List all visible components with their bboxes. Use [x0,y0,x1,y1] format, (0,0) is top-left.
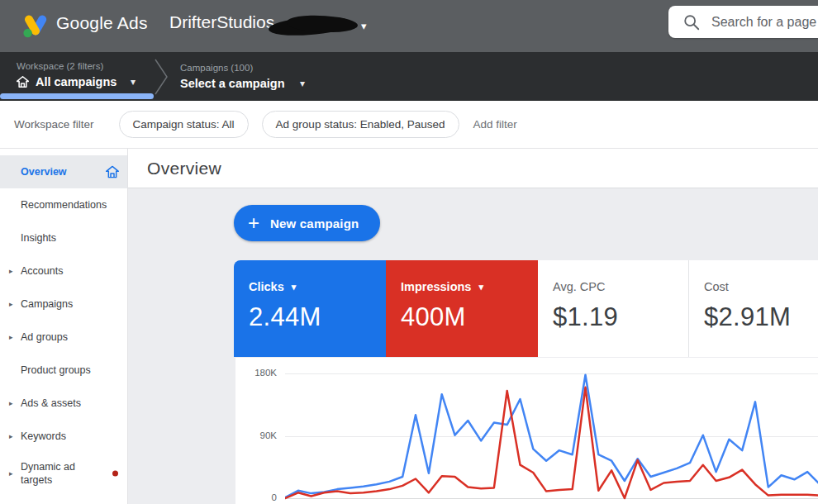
expander-icon[interactable]: ▸ [9,432,13,440]
y-axis-tick: 180K [235,368,277,378]
sidebar-item-insights[interactable]: Insights [0,221,127,254]
plus-icon: + [248,213,259,233]
page-header: Overview [128,149,818,188]
filter-chip-campaign-status[interactable]: Campaign status: All [119,111,249,138]
filter-bar: Workspace filter Campaign status: All Ad… [0,101,818,149]
y-axis-tick: 90K [235,430,277,440]
metric-value-impressions: 400M [401,302,538,332]
new-campaign-button[interactable]: + New campaign [234,205,380,241]
metric-dropdown-caret-icon[interactable]: ▾ [292,282,297,292]
active-scope-underline [0,93,154,99]
sidebar-item-accounts[interactable]: ▸ Accounts [0,254,127,288]
sidebar-navigation: Overview Recommendations Insights ▸ Acco… [0,149,128,504]
metric-card-cost[interactable]: Cost $2.91M [688,260,818,357]
home-icon [106,166,119,178]
y-axis-tick: 0 [235,492,277,502]
sidebar-item-ad-groups[interactable]: ▸ Ad groups [0,321,127,354]
workspace-dropdown-caret-icon[interactable]: ▾ [131,76,136,88]
metric-value-avg-cpc: $1.19 [553,302,688,332]
sidebar-item-campaigns[interactable]: ▸ Campaigns [0,288,127,321]
notification-dot [112,471,118,477]
filter-chip-ad-group-status[interactable]: Ad group status: Enabled, Paused [262,111,459,138]
metric-value-clicks: 2.44M [249,302,386,332]
account-dropdown-caret-icon[interactable]: ▾ [361,20,367,32]
workspace-scope-value: All campaigns [36,75,117,88]
metric-value-cost: $2.91M [704,302,818,332]
metric-card-clicks[interactable]: Clicks ▾ 2.44M [234,260,386,357]
metric-dropdown-caret-icon[interactable]: ▾ [478,282,483,292]
expander-icon[interactable]: ▸ [9,300,13,308]
campaigns-scope-label: Campaigns (100) [180,63,253,73]
expander-icon[interactable]: ▸ [9,267,13,275]
sidebar-item-ads-assets[interactable]: ▸ Ads & assets [0,387,127,420]
search-icon [682,13,701,31]
scope-navigation-bar: Workspace (2 filters) All campaigns ▾ Ca… [0,52,818,101]
sidebar-item-product-groups[interactable]: Product groups [0,354,127,387]
sidebar-item-dynamic-ad-targets[interactable]: ▸ Dynamic ad targets [0,453,127,494]
add-filter-button[interactable]: Add filter [473,118,517,131]
product-name: Google Ads [56,13,148,33]
sidebar-item-overview[interactable]: Overview [0,155,127,188]
campaign-scope-value: Select a campaign [180,77,285,90]
metric-card-impressions[interactable]: Impressions ▾ 400M [386,260,538,357]
chart-line-impressions [285,388,818,498]
overview-chart-svg[interactable] [285,358,818,504]
metric-cards: Clicks ▾ 2.44M Impressions ▾ 400M Avg. C… [234,260,818,357]
workspace-scope-selector[interactable]: All campaigns [17,75,117,88]
sidebar-item-recommendations[interactable]: Recommendations [0,188,127,221]
metric-card-avg-cpc[interactable]: Avg. CPC $1.19 [538,260,688,357]
overview-chart-card: 180K 90K 0 [235,358,818,504]
workspace-filter-label: Workspace filter [14,118,94,131]
search-input[interactable]: Search for a page or campaign [668,6,818,38]
account-name[interactable]: DrifterStudios [169,12,274,32]
expander-icon[interactable]: ▸ [9,333,13,341]
page-title: Overview [147,159,221,178]
workspace-scope-label: Workspace (2 filters) [17,61,103,71]
expander-icon[interactable]: ▸ [9,469,13,478]
sidebar-item-keywords[interactable]: ▸ Keywords [0,420,127,453]
search-placeholder: Search for a page or campaign [711,15,818,30]
google-ads-logo-icon [22,14,49,38]
breadcrumb-chevron-icon [155,59,169,95]
top-app-bar: Google Ads DrifterStudios ▾ Search for a… [0,0,818,52]
expander-icon[interactable]: ▸ [9,399,13,407]
chart-line-clicks [285,375,818,498]
home-icon [17,76,29,88]
campaign-scope-selector[interactable]: Select a campaign [180,77,285,90]
overview-content: + New campaign Clicks ▾ 2.44M Impression… [128,188,818,504]
redaction-scribble [269,16,361,38]
campaign-dropdown-caret-icon[interactable]: ▾ [300,78,305,89]
